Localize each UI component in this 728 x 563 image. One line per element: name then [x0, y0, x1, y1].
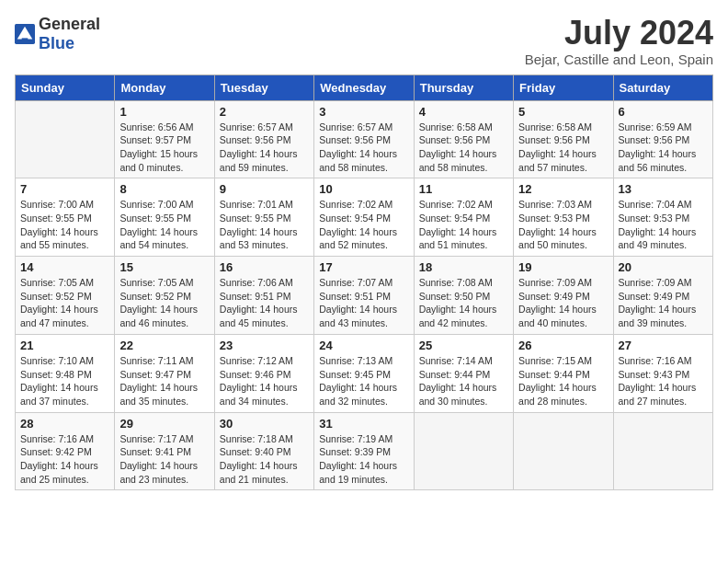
- week-row-2: 7Sunrise: 7:00 AMSunset: 9:55 PMDaylight…: [16, 178, 713, 257]
- day-number: 23: [220, 339, 309, 352]
- calendar-cell: 25Sunrise: 7:14 AMSunset: 9:44 PMDayligh…: [414, 334, 513, 412]
- svg-rect-2: [22, 38, 28, 40]
- day-number: 6: [619, 105, 708, 119]
- calendar-cell: 9Sunrise: 7:01 AMSunset: 9:55 PMDaylight…: [214, 178, 313, 257]
- calendar-table: SundayMondayTuesdayWednesdayThursdayFrid…: [15, 75, 713, 491]
- cell-info: Sunrise: 7:05 AMSunset: 9:52 PMDaylight:…: [119, 276, 209, 330]
- cell-info: Sunrise: 7:02 AMSunset: 9:54 PMDaylight:…: [319, 198, 408, 252]
- cell-info: Sunrise: 7:05 AMSunset: 9:52 PMDaylight:…: [20, 276, 109, 330]
- calendar-cell: 22Sunrise: 7:11 AMSunset: 9:47 PMDayligh…: [115, 334, 214, 412]
- day-number: 20: [619, 260, 708, 274]
- calendar-cell: 27Sunrise: 7:16 AMSunset: 9:43 PMDayligh…: [613, 334, 712, 412]
- cell-info: Sunrise: 7:13 AMSunset: 9:45 PMDaylight:…: [319, 354, 408, 408]
- cell-info: Sunrise: 7:18 AMSunset: 9:40 PMDaylight:…: [220, 432, 309, 487]
- cell-info: Sunrise: 7:06 AMSunset: 9:51 PMDaylight:…: [220, 276, 309, 330]
- day-number: 19: [518, 260, 608, 274]
- column-header-saturday: Saturday: [613, 75, 712, 100]
- cell-info: Sunrise: 7:14 AMSunset: 9:44 PMDaylight:…: [419, 354, 508, 408]
- day-number: 8: [119, 182, 209, 196]
- logo-text: General Blue: [39, 15, 100, 53]
- day-number: 13: [619, 182, 708, 196]
- calendar-cell: 16Sunrise: 7:06 AMSunset: 9:51 PMDayligh…: [214, 257, 313, 335]
- calendar-body: 1Sunrise: 6:56 AMSunset: 9:57 PMDaylight…: [16, 100, 713, 490]
- column-header-monday: Monday: [115, 75, 214, 100]
- cell-info: Sunrise: 6:58 AMSunset: 9:56 PMDaylight:…: [518, 121, 608, 175]
- calendar-cell: 8Sunrise: 7:00 AMSunset: 9:55 PMDaylight…: [115, 178, 214, 257]
- cell-info: Sunrise: 7:03 AMSunset: 9:53 PMDaylight:…: [518, 198, 608, 252]
- cell-info: Sunrise: 6:57 AMSunset: 9:56 PMDaylight:…: [319, 121, 408, 175]
- day-number: 18: [419, 260, 508, 274]
- day-number: 26: [518, 339, 608, 352]
- week-row-5: 28Sunrise: 7:16 AMSunset: 9:42 PMDayligh…: [16, 412, 713, 490]
- calendar-cell: 19Sunrise: 7:09 AMSunset: 9:49 PMDayligh…: [514, 257, 613, 335]
- page-header: General Blue July 2024 Bejar, Castille a…: [15, 15, 713, 67]
- title-area: July 2024 Bejar, Castille and Leon, Spai…: [525, 15, 713, 67]
- day-number: 25: [419, 339, 508, 352]
- logo-blue: Blue: [39, 34, 74, 52]
- column-header-sunday: Sunday: [16, 75, 115, 100]
- day-number: 21: [20, 339, 109, 352]
- cell-info: Sunrise: 7:16 AMSunset: 9:42 PMDaylight:…: [20, 432, 109, 487]
- calendar-cell: 30Sunrise: 7:18 AMSunset: 9:40 PMDayligh…: [214, 412, 313, 490]
- day-number: 4: [419, 105, 508, 119]
- calendar-cell: 20Sunrise: 7:09 AMSunset: 9:49 PMDayligh…: [613, 257, 712, 335]
- cell-info: Sunrise: 7:10 AMSunset: 9:48 PMDaylight:…: [20, 354, 109, 408]
- day-number: 16: [220, 260, 309, 274]
- cell-info: Sunrise: 6:59 AMSunset: 9:56 PMDaylight:…: [619, 121, 708, 175]
- day-number: 17: [319, 260, 408, 274]
- calendar-cell: 5Sunrise: 6:58 AMSunset: 9:56 PMDaylight…: [514, 100, 613, 178]
- column-header-tuesday: Tuesday: [214, 75, 313, 100]
- calendar-cell: 28Sunrise: 7:16 AMSunset: 9:42 PMDayligh…: [16, 412, 115, 490]
- cell-info: Sunrise: 7:16 AMSunset: 9:43 PMDaylight:…: [619, 354, 708, 408]
- day-number: 3: [319, 105, 408, 119]
- calendar-cell: 23Sunrise: 7:12 AMSunset: 9:46 PMDayligh…: [214, 334, 313, 412]
- main-title: July 2024: [525, 15, 713, 52]
- logo-general: General: [39, 15, 100, 33]
- column-header-thursday: Thursday: [414, 75, 513, 100]
- day-number: 24: [319, 339, 408, 352]
- cell-info: Sunrise: 6:58 AMSunset: 9:56 PMDaylight:…: [419, 121, 508, 175]
- day-number: 30: [220, 417, 309, 431]
- week-row-1: 1Sunrise: 6:56 AMSunset: 9:57 PMDaylight…: [16, 100, 713, 178]
- cell-info: Sunrise: 6:57 AMSunset: 9:56 PMDaylight:…: [220, 121, 309, 175]
- cell-info: Sunrise: 7:15 AMSunset: 9:44 PMDaylight:…: [518, 354, 608, 408]
- calendar-cell: 29Sunrise: 7:17 AMSunset: 9:41 PMDayligh…: [115, 412, 214, 490]
- calendar-cell: 24Sunrise: 7:13 AMSunset: 9:45 PMDayligh…: [314, 334, 414, 412]
- subtitle: Bejar, Castille and Leon, Spain: [525, 52, 713, 67]
- calendar-cell: [16, 100, 115, 178]
- cell-info: Sunrise: 7:09 AMSunset: 9:49 PMDaylight:…: [518, 276, 608, 330]
- day-number: 27: [619, 339, 708, 352]
- day-number: 28: [20, 417, 109, 431]
- calendar-cell: 12Sunrise: 7:03 AMSunset: 9:53 PMDayligh…: [514, 178, 613, 257]
- calendar-cell: 26Sunrise: 7:15 AMSunset: 9:44 PMDayligh…: [514, 334, 613, 412]
- cell-info: Sunrise: 7:02 AMSunset: 9:54 PMDaylight:…: [419, 198, 508, 252]
- logo: General Blue: [15, 15, 100, 53]
- cell-info: Sunrise: 7:08 AMSunset: 9:50 PMDaylight:…: [419, 276, 508, 330]
- day-number: 2: [220, 105, 309, 119]
- calendar-cell: 3Sunrise: 6:57 AMSunset: 9:56 PMDaylight…: [314, 100, 414, 178]
- calendar-cell: 7Sunrise: 7:00 AMSunset: 9:55 PMDaylight…: [16, 178, 115, 257]
- logo-icon: [15, 24, 35, 44]
- cell-info: Sunrise: 7:09 AMSunset: 9:49 PMDaylight:…: [619, 276, 708, 330]
- calendar-cell: [414, 412, 513, 490]
- day-number: 9: [220, 182, 309, 196]
- cell-info: Sunrise: 7:11 AMSunset: 9:47 PMDaylight:…: [119, 354, 209, 408]
- column-header-wednesday: Wednesday: [314, 75, 414, 100]
- calendar-cell: 4Sunrise: 6:58 AMSunset: 9:56 PMDaylight…: [414, 100, 513, 178]
- day-number: 14: [20, 260, 109, 274]
- calendar-cell: 18Sunrise: 7:08 AMSunset: 9:50 PMDayligh…: [414, 257, 513, 335]
- cell-info: Sunrise: 7:07 AMSunset: 9:51 PMDaylight:…: [319, 276, 408, 330]
- day-number: 5: [518, 105, 608, 119]
- calendar-cell: 21Sunrise: 7:10 AMSunset: 9:48 PMDayligh…: [16, 334, 115, 412]
- calendar-cell: 6Sunrise: 6:59 AMSunset: 9:56 PMDaylight…: [613, 100, 712, 178]
- cell-info: Sunrise: 7:12 AMSunset: 9:46 PMDaylight:…: [220, 354, 309, 408]
- column-headers: SundayMondayTuesdayWednesdayThursdayFrid…: [16, 75, 713, 100]
- day-number: 11: [419, 182, 508, 196]
- week-row-3: 14Sunrise: 7:05 AMSunset: 9:52 PMDayligh…: [16, 257, 713, 335]
- calendar-cell: 2Sunrise: 6:57 AMSunset: 9:56 PMDaylight…: [214, 100, 313, 178]
- calendar-cell: 10Sunrise: 7:02 AMSunset: 9:54 PMDayligh…: [314, 178, 414, 257]
- cell-info: Sunrise: 7:00 AMSunset: 9:55 PMDaylight:…: [20, 198, 109, 252]
- cell-info: Sunrise: 7:19 AMSunset: 9:39 PMDaylight:…: [319, 432, 408, 487]
- day-number: 10: [319, 182, 408, 196]
- column-header-friday: Friday: [514, 75, 613, 100]
